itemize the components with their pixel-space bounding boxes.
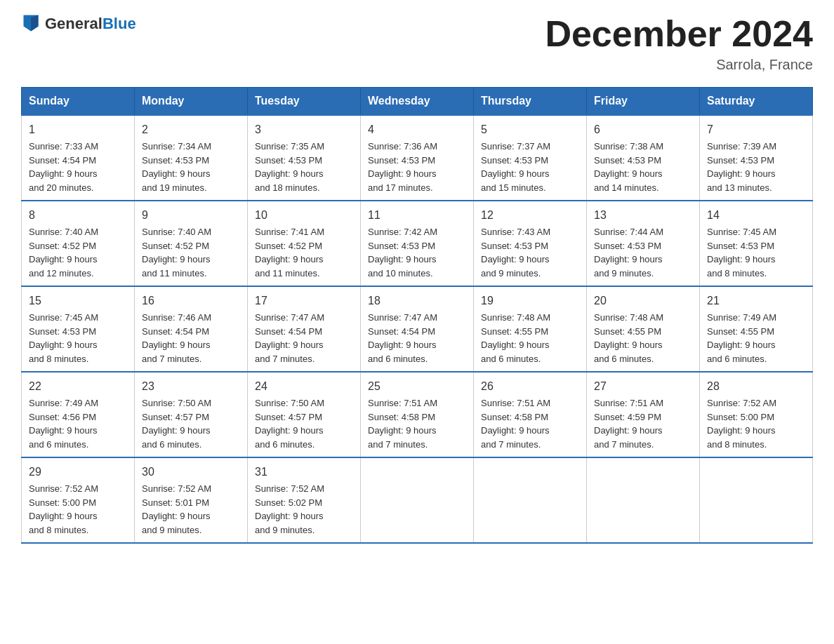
day-number: 14 xyxy=(707,207,805,224)
day-info: Sunrise: 7:48 AMSunset: 4:55 PMDaylight:… xyxy=(481,312,550,364)
day-info: Sunrise: 7:40 AMSunset: 4:52 PMDaylight:… xyxy=(142,227,211,279)
day-number: 7 xyxy=(707,121,805,138)
calendar-week-row: 8 Sunrise: 7:40 AMSunset: 4:52 PMDayligh… xyxy=(22,201,813,286)
logo-blue: Blue xyxy=(102,15,136,32)
day-number: 13 xyxy=(594,207,692,224)
day-info: Sunrise: 7:45 AMSunset: 4:53 PMDaylight:… xyxy=(29,312,98,364)
calendar-cell: 10 Sunrise: 7:41 AMSunset: 4:52 PMDaylig… xyxy=(248,201,361,286)
day-info: Sunrise: 7:52 AMSunset: 5:00 PMDaylight:… xyxy=(707,398,776,450)
day-info: Sunrise: 7:51 AMSunset: 4:58 PMDaylight:… xyxy=(368,398,437,450)
calendar-body: 1 Sunrise: 7:33 AMSunset: 4:54 PMDayligh… xyxy=(22,115,813,543)
day-number: 1 xyxy=(29,121,127,138)
day-number: 9 xyxy=(142,207,240,224)
day-number: 22 xyxy=(29,378,127,395)
day-number: 21 xyxy=(707,293,805,309)
day-number: 12 xyxy=(481,207,579,224)
day-info: Sunrise: 7:52 AMSunset: 5:01 PMDaylight:… xyxy=(142,483,211,535)
day-number: 5 xyxy=(481,121,579,138)
calendar-cell: 26 Sunrise: 7:51 AMSunset: 4:58 PMDaylig… xyxy=(474,372,587,457)
calendar-cell: 1 Sunrise: 7:33 AMSunset: 4:54 PMDayligh… xyxy=(22,115,135,201)
title-block: December 2024 Sarrola, France xyxy=(545,14,813,73)
day-number: 30 xyxy=(142,464,240,481)
calendar-cell: 30 Sunrise: 7:52 AMSunset: 5:01 PMDaylig… xyxy=(135,457,248,543)
day-number: 25 xyxy=(368,378,466,395)
day-info: Sunrise: 7:44 AMSunset: 4:53 PMDaylight:… xyxy=(594,227,663,279)
day-info: Sunrise: 7:52 AMSunset: 5:00 PMDaylight:… xyxy=(29,483,98,535)
day-number: 24 xyxy=(255,378,353,395)
calendar-cell: 29 Sunrise: 7:52 AMSunset: 5:00 PMDaylig… xyxy=(22,457,135,543)
day-info: Sunrise: 7:51 AMSunset: 4:59 PMDaylight:… xyxy=(594,398,663,450)
day-info: Sunrise: 7:49 AMSunset: 4:56 PMDaylight:… xyxy=(29,398,98,450)
calendar-week-row: 29 Sunrise: 7:52 AMSunset: 5:00 PMDaylig… xyxy=(22,457,813,543)
day-info: Sunrise: 7:42 AMSunset: 4:53 PMDaylight:… xyxy=(368,227,437,279)
day-info: Sunrise: 7:40 AMSunset: 4:52 PMDaylight:… xyxy=(29,227,98,279)
calendar-cell xyxy=(474,457,587,543)
calendar-cell: 15 Sunrise: 7:45 AMSunset: 4:53 PMDaylig… xyxy=(22,286,135,372)
day-number: 10 xyxy=(255,207,353,224)
month-title: December 2024 xyxy=(545,14,813,54)
calendar-cell xyxy=(361,457,474,543)
day-info: Sunrise: 7:46 AMSunset: 4:54 PMDaylight:… xyxy=(142,312,211,364)
calendar-cell: 11 Sunrise: 7:42 AMSunset: 4:53 PMDaylig… xyxy=(361,201,474,286)
day-info: Sunrise: 7:52 AMSunset: 5:02 PMDaylight:… xyxy=(255,483,324,535)
day-number: 31 xyxy=(255,464,353,481)
day-info: Sunrise: 7:47 AMSunset: 4:54 PMDaylight:… xyxy=(255,312,324,364)
page-header: GeneralBlue December 2024 Sarrola, Franc… xyxy=(21,14,813,73)
day-number: 17 xyxy=(255,293,353,309)
svg-marker-1 xyxy=(31,15,39,32)
header-sunday: Sunday xyxy=(22,88,135,116)
day-number: 23 xyxy=(142,378,240,395)
day-info: Sunrise: 7:47 AMSunset: 4:54 PMDaylight:… xyxy=(368,312,437,364)
day-number: 8 xyxy=(29,207,127,224)
calendar-cell: 28 Sunrise: 7:52 AMSunset: 5:00 PMDaylig… xyxy=(700,372,813,457)
day-info: Sunrise: 7:39 AMSunset: 4:53 PMDaylight:… xyxy=(707,141,776,193)
calendar-cell: 25 Sunrise: 7:51 AMSunset: 4:58 PMDaylig… xyxy=(361,372,474,457)
day-number: 19 xyxy=(481,293,579,309)
calendar-cell: 24 Sunrise: 7:50 AMSunset: 4:57 PMDaylig… xyxy=(248,372,361,457)
day-number: 26 xyxy=(481,378,579,395)
day-number: 2 xyxy=(142,121,240,138)
calendar-cell: 22 Sunrise: 7:49 AMSunset: 4:56 PMDaylig… xyxy=(22,372,135,457)
header-thursday: Thursday xyxy=(474,88,587,116)
day-number: 29 xyxy=(29,464,127,481)
weekday-header-row: Sunday Monday Tuesday Wednesday Thursday… xyxy=(22,88,813,116)
calendar-cell: 14 Sunrise: 7:45 AMSunset: 4:53 PMDaylig… xyxy=(700,201,813,286)
calendar-cell: 17 Sunrise: 7:47 AMSunset: 4:54 PMDaylig… xyxy=(248,286,361,372)
calendar-week-row: 1 Sunrise: 7:33 AMSunset: 4:54 PMDayligh… xyxy=(22,115,813,201)
day-info: Sunrise: 7:37 AMSunset: 4:53 PMDaylight:… xyxy=(481,141,550,193)
header-wednesday: Wednesday xyxy=(361,88,474,116)
calendar-cell: 12 Sunrise: 7:43 AMSunset: 4:53 PMDaylig… xyxy=(474,201,587,286)
logo-general: General xyxy=(45,15,102,32)
header-tuesday: Tuesday xyxy=(248,88,361,116)
day-number: 20 xyxy=(594,293,692,309)
general-blue-icon xyxy=(21,13,41,32)
day-number: 27 xyxy=(594,378,692,395)
day-info: Sunrise: 7:51 AMSunset: 4:58 PMDaylight:… xyxy=(481,398,550,450)
calendar-week-row: 22 Sunrise: 7:49 AMSunset: 4:56 PMDaylig… xyxy=(22,372,813,457)
calendar-cell: 3 Sunrise: 7:35 AMSunset: 4:53 PMDayligh… xyxy=(248,115,361,201)
day-info: Sunrise: 7:43 AMSunset: 4:53 PMDaylight:… xyxy=(481,227,550,279)
day-number: 11 xyxy=(368,207,466,224)
header-saturday: Saturday xyxy=(700,88,813,116)
day-info: Sunrise: 7:35 AMSunset: 4:53 PMDaylight:… xyxy=(255,141,324,193)
day-info: Sunrise: 7:49 AMSunset: 4:55 PMDaylight:… xyxy=(707,312,776,364)
calendar-week-row: 15 Sunrise: 7:45 AMSunset: 4:53 PMDaylig… xyxy=(22,286,813,372)
calendar-cell: 2 Sunrise: 7:34 AMSunset: 4:53 PMDayligh… xyxy=(135,115,248,201)
calendar-cell: 19 Sunrise: 7:48 AMSunset: 4:55 PMDaylig… xyxy=(474,286,587,372)
day-info: Sunrise: 7:38 AMSunset: 4:53 PMDaylight:… xyxy=(594,141,663,193)
calendar-cell: 8 Sunrise: 7:40 AMSunset: 4:52 PMDayligh… xyxy=(22,201,135,286)
calendar-cell: 16 Sunrise: 7:46 AMSunset: 4:54 PMDaylig… xyxy=(135,286,248,372)
calendar-cell: 23 Sunrise: 7:50 AMSunset: 4:57 PMDaylig… xyxy=(135,372,248,457)
calendar-cell: 27 Sunrise: 7:51 AMSunset: 4:59 PMDaylig… xyxy=(587,372,700,457)
calendar-cell: 20 Sunrise: 7:48 AMSunset: 4:55 PMDaylig… xyxy=(587,286,700,372)
location: Sarrola, France xyxy=(545,57,813,73)
calendar-table: Sunday Monday Tuesday Wednesday Thursday… xyxy=(21,87,813,544)
day-info: Sunrise: 7:48 AMSunset: 4:55 PMDaylight:… xyxy=(594,312,663,364)
day-number: 3 xyxy=(255,121,353,138)
calendar-cell xyxy=(700,457,813,543)
day-info: Sunrise: 7:33 AMSunset: 4:54 PMDaylight:… xyxy=(29,141,98,193)
day-info: Sunrise: 7:50 AMSunset: 4:57 PMDaylight:… xyxy=(255,398,324,450)
day-info: Sunrise: 7:41 AMSunset: 4:52 PMDaylight:… xyxy=(255,227,324,279)
day-info: Sunrise: 7:50 AMSunset: 4:57 PMDaylight:… xyxy=(142,398,211,450)
calendar-cell: 21 Sunrise: 7:49 AMSunset: 4:55 PMDaylig… xyxy=(700,286,813,372)
